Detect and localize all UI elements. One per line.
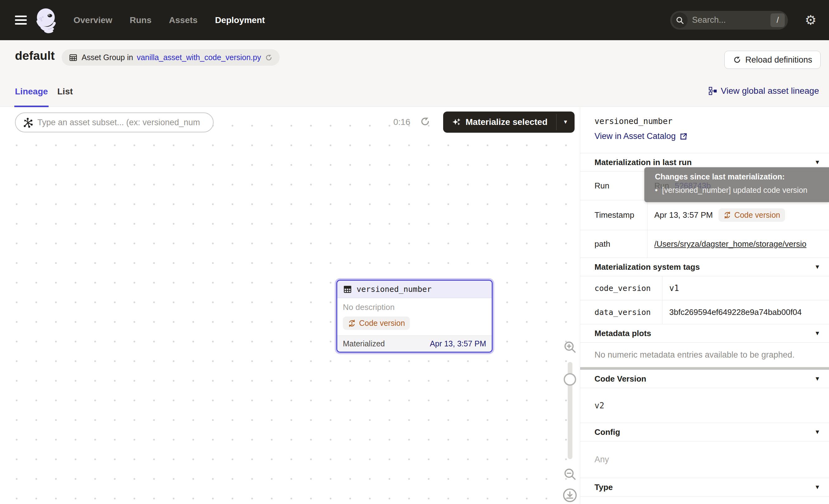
view-tabs-row: Lineage List View global asset lineage — [0, 77, 829, 107]
nav-item-runs[interactable]: Runs — [130, 15, 152, 25]
lineage-canvas[interactable]: 0:16 Materialize selected — [0, 107, 580, 504]
metadata-plots-empty-message: No numeric metadata entries available to… — [580, 343, 829, 367]
asset-node-footer: Materialized Apr 13, 3:57 PM — [337, 335, 492, 352]
chevron-down-icon[interactable]: ▼ — [814, 263, 820, 271]
tab-list[interactable]: List — [57, 86, 73, 97]
download-image-icon[interactable] — [563, 488, 577, 503]
row-timestamp: Timestamp Apr 13, 3:57 PM Code version — [580, 200, 829, 230]
dagster-logo-icon[interactable] — [35, 7, 58, 33]
zoom-in-icon[interactable] — [563, 340, 577, 354]
refresh-timer: 0:16 — [393, 117, 410, 127]
materialize-dropdown-button[interactable]: ▼ — [556, 111, 575, 133]
zoom-controls — [561, 340, 579, 503]
search-shortcut-key: / — [770, 13, 785, 27]
graph-refresh-icon[interactable] — [420, 116, 431, 127]
tooltip-title: Changes since last materialization: — [655, 172, 829, 181]
path-key: path — [580, 230, 647, 258]
chevron-down-icon[interactable]: ▼ — [814, 429, 820, 435]
section-code-version[interactable]: Code Version ▼ — [580, 370, 829, 388]
chip-reload-icon[interactable] — [265, 53, 273, 62]
reload-definitions-label: Reload definitions — [745, 55, 812, 65]
tag-value: v1 — [662, 276, 829, 300]
view-global-asset-lineage-label: View global asset lineage — [721, 86, 819, 96]
config-value: Any — [580, 441, 829, 478]
tag-key: code_version — [580, 276, 662, 300]
asset-graph-icon — [23, 117, 33, 128]
changes-since-last-materialization-tooltip: Changes since last materialization: • [v… — [644, 167, 829, 202]
materialize-selected-button[interactable]: Materialize selected — [443, 111, 556, 133]
path-value-link[interactable]: /Users/sryza/dagster_home/storage/versio — [654, 239, 806, 249]
materialize-split-button: Materialize selected ▼ — [443, 111, 575, 133]
zoom-out-icon[interactable] — [563, 467, 577, 481]
nav-menu: Overview Runs Assets Deployment — [73, 15, 265, 25]
section-type[interactable]: Type ▼ — [580, 478, 829, 497]
row-code-version-tag: code_version v1 — [580, 276, 829, 300]
materialized-timestamp-link[interactable]: Apr 13, 3:57 PM — [430, 339, 486, 348]
chevron-down-icon[interactable]: ▼ — [814, 330, 820, 337]
section-metadata-plots[interactable]: Metadata plots ▼ — [580, 324, 829, 343]
table-grid-icon — [343, 285, 352, 294]
view-in-asset-catalog-label: View in Asset Catalog — [594, 132, 676, 141]
asset-group-prefix: Asset Group in — [82, 53, 133, 62]
asset-node-versioned-number[interactable]: versioned_number No description Code ver… — [336, 280, 493, 353]
search-icon — [672, 12, 688, 28]
asset-group-chip[interactable]: Asset Group in vanilla_asset_with_code_v… — [62, 49, 280, 66]
chevron-down-icon[interactable]: ▼ — [814, 375, 820, 382]
code-version-badge-label: Code version — [734, 211, 780, 220]
page-header: default Asset Group in vanilla_asset_wit… — [0, 40, 829, 77]
materialize-selected-label: Materialize selected — [466, 117, 547, 127]
timestamp-value: Apr 13, 3:57 PM — [654, 210, 713, 220]
view-global-asset-lineage-link[interactable]: View global asset lineage — [709, 86, 819, 96]
code-file-link[interactable]: vanilla_asset_with_code_version.py — [137, 53, 261, 62]
global-search[interactable]: / — [670, 11, 788, 30]
asset-node-description: No description — [343, 302, 486, 312]
nav-item-assets[interactable]: Assets — [169, 15, 198, 25]
section-title: Code Version — [594, 374, 646, 384]
code-version-badge-label: Code version — [359, 319, 405, 328]
asset-node-header[interactable]: versioned_number — [337, 281, 492, 298]
section-title: Config — [594, 427, 620, 437]
asset-subset-input[interactable] — [37, 118, 206, 128]
sync-alert-icon — [348, 319, 356, 327]
panel-resize-divider[interactable] — [580, 367, 829, 370]
view-in-asset-catalog-link[interactable]: View in Asset Catalog — [594, 132, 688, 141]
sidebar-asset-name: versioned_number — [594, 116, 829, 126]
section-title: Metadata plots — [594, 329, 651, 338]
timestamp-key: Timestamp — [580, 200, 647, 230]
lineage-graph-icon — [709, 86, 717, 95]
zoom-slider-handle[interactable] — [564, 373, 576, 386]
nav-item-deployment[interactable]: Deployment — [215, 15, 265, 25]
reload-definitions-button[interactable]: Reload definitions — [724, 51, 821, 69]
section-materialization-system-tags[interactable]: Materialization system tags ▼ — [580, 258, 829, 276]
page-title: default — [15, 49, 55, 63]
asset-subset-filter[interactable] — [15, 112, 214, 132]
row-path: path /Users/sryza/dagster_home/storage/v… — [580, 230, 829, 258]
code-version-change-badge[interactable]: Code version — [718, 208, 785, 222]
reload-icon — [733, 56, 742, 64]
asset-node-name: versioned_number — [357, 285, 432, 294]
external-link-icon — [680, 132, 688, 141]
tooltip-bullet: • — [655, 186, 658, 195]
tooltip-change-item: [versioned_number] updated code version — [662, 186, 807, 195]
chevron-down-icon[interactable]: ▼ — [814, 159, 820, 166]
zoom-slider-track[interactable] — [568, 362, 572, 459]
materialized-status-label: Materialized — [343, 339, 385, 348]
tab-lineage[interactable]: Lineage — [15, 86, 48, 97]
menu-icon[interactable] — [15, 15, 27, 25]
section-title: Materialization system tags — [594, 262, 700, 272]
code-version-change-badge[interactable]: Code version — [343, 317, 410, 330]
tag-value: 3bfc269594ef649228e9a74bab00f04 — [662, 300, 829, 324]
row-data-version-tag: data_version 3bfc269594ef649228e9a74bab0… — [580, 300, 829, 324]
main-area: 0:16 Materialize selected — [0, 107, 829, 504]
settings-gear-icon[interactable]: ⚙ — [805, 14, 817, 27]
chevron-down-icon[interactable]: ▼ — [814, 484, 820, 491]
sidebar-asset-header: versioned_number View in Asset Catalog — [580, 107, 829, 153]
top-nav: Overview Runs Assets Deployment / ⚙ — [0, 0, 829, 40]
nav-item-overview[interactable]: Overview — [73, 15, 112, 25]
code-version-value: v2 — [580, 388, 829, 423]
search-input[interactable] — [692, 15, 770, 25]
section-config[interactable]: Config ▼ — [580, 423, 829, 441]
tag-key: data_version — [580, 300, 662, 324]
table-grid-icon — [69, 53, 78, 62]
asset-details-sidebar: versioned_number View in Asset Catalog M… — [580, 107, 829, 504]
